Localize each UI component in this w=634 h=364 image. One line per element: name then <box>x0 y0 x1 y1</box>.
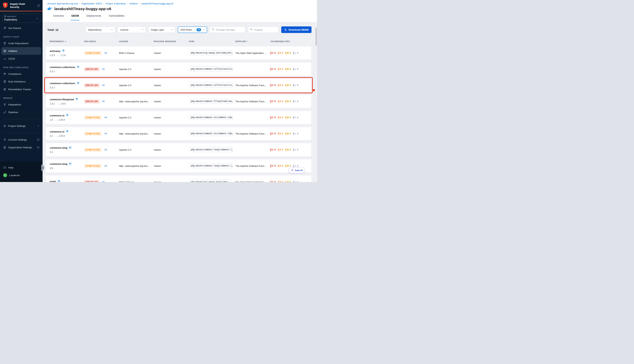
divider <box>3 133 40 133</box>
user-menu[interactable]: L Lavakush <box>0 171 43 179</box>
info-icon[interactable] <box>37 146 40 149</box>
dependency-name[interactable]: commons-io <box>50 130 64 133</box>
sidebar-item-project-settings[interactable]: Project Settings <box>0 122 43 130</box>
sidebar-item-account-settings[interactable]: Account Settings <box>0 136 43 144</box>
dependency-name[interactable]: commons-fileupload <box>50 98 74 101</box>
sidebar-item-pipelines[interactable]: Pipelines <box>0 108 43 116</box>
sidebar-item-label: Rule Definitions <box>8 80 26 83</box>
scrollbar-thumb[interactable] <box>315 28 317 46</box>
dependency-name[interactable]: commons-io <box>50 114 64 117</box>
severity-pill-c: C0 <box>270 164 276 167</box>
version-from: 2.6 <box>50 167 53 170</box>
sidebar-item-label: Organization Settings <box>8 146 32 149</box>
column-header-dependency[interactable]: DEPENDENCY▾ <box>50 40 84 42</box>
table-row[interactable]: commons-io 1.4 → 2.20.0 CLOSE TO EOL +1 … <box>46 111 311 124</box>
breadcrumb-separator: › <box>127 2 128 5</box>
purl-value[interactable]: pkg:maven/commons-io/commons-io@… <box>189 131 233 136</box>
oss-risk-more[interactable]: +1 <box>104 116 107 119</box>
dependency-filter-dropdown[interactable]: Dependency <box>86 26 115 33</box>
image-layer-filter-dropdown[interactable]: Image Layer <box>148 26 175 33</box>
oss-risk-more[interactable]: +1 <box>104 132 107 135</box>
table-row[interactable]: antisamy 1.5.3 → 1.7.8 CLOSE TO EOL +1 B… <box>46 46 311 60</box>
severity-pill-m: M0 <box>286 100 291 103</box>
breadcrumb-account[interactable]: Account: app-harness-ng-cicd <box>47 2 78 5</box>
table-row[interactable]: esapi END OF LIFE +1 BSD-2-Clause maven … <box>46 175 311 182</box>
severity-pill-h: H0 <box>278 84 283 87</box>
column-header-supplier[interactable]: SUPPLIER▴▾ <box>235 40 270 42</box>
tab-vulnerabilities[interactable]: Vulnerabilities <box>108 14 125 20</box>
info-icon[interactable] <box>37 138 40 141</box>
sidebar-item-organization-settings[interactable]: Organization Settings <box>0 144 43 151</box>
account-icon <box>3 138 6 141</box>
breadcrumb-project[interactable]: Project: Exploratory <box>106 2 126 5</box>
ask-ai-button[interactable]: Ask AI <box>288 168 305 173</box>
sidebar-item-compliance[interactable]: Compliance <box>0 70 43 78</box>
module-grid-icon[interactable] <box>37 4 40 7</box>
sidebar-item-get-started[interactable]: Get Started <box>0 24 43 32</box>
dependency-name[interactable]: commons-collections <box>50 82 75 85</box>
oss-risks-filter-dropdown[interactable]: OSS Risks 02 <box>178 26 207 33</box>
table-row[interactable]: commons-collections 3.2.1 END OF LIFE +1… <box>46 62 311 76</box>
breadcrumb-artifact-name[interactable]: lavakush07/easy-buggy-app:v6 <box>141 2 173 5</box>
oss-risk-more[interactable]: +1 <box>104 164 107 167</box>
sidebar-item-code-repositories[interactable]: Code Repositories <box>0 40 43 47</box>
sort-desc-icon[interactable]: ▾ <box>65 40 66 42</box>
oss-risk-more[interactable]: +1 <box>102 181 105 182</box>
oss-risk-more[interactable]: +1 <box>102 68 105 70</box>
tab-sbom[interactable]: SBOM <box>71 14 79 20</box>
oss-risk-more[interactable]: +1 <box>104 148 107 151</box>
table-row[interactable]: commons-collections 3.2.2 END OF LIFE +1… <box>46 78 311 92</box>
download-sbom-button[interactable]: Download SBOM <box>281 26 311 33</box>
purl-value[interactable]: pkg:maven/commons-lang/commons-l… <box>189 163 233 168</box>
dependency-name[interactable]: commons-lang <box>50 146 67 149</box>
package-manager-value: maven <box>154 148 189 151</box>
dependency-name[interactable]: commons-collections <box>50 66 75 68</box>
dependency-name[interactable]: antisamy <box>50 50 61 52</box>
sidebar-item-remediation-tracker[interactable]: Remediation Tracker <box>0 86 43 93</box>
purl-value[interactable]: pkg:maven/commons-collections/co… <box>189 66 233 72</box>
column-header-purl: PURL <box>189 40 235 42</box>
purl-value[interactable]: pkg:maven/commons-fileupload/com… <box>189 98 233 104</box>
package-manager-search-input[interactable] <box>216 28 243 31</box>
oss-risk-more[interactable]: +1 <box>102 84 105 86</box>
license-filter-dropdown[interactable]: License <box>118 26 146 33</box>
oss-risk-badge: CLOSE TO EOL <box>84 132 102 136</box>
tab-deployments[interactable]: Deployments <box>86 14 102 20</box>
table-row[interactable]: commons-io 2.2 → 2.20.0 CLOSE TO EOL +1 … <box>46 127 311 140</box>
sidebar-item-help[interactable]: Help <box>0 164 43 171</box>
purl-value[interactable]: pkg:maven/org.owasp.antisamy/ant… <box>189 50 233 55</box>
sort-both-icon[interactable]: ▴▾ <box>247 40 248 42</box>
table-row[interactable]: commons-fileupload 1.3.1 → 1.6.0 END OF … <box>46 94 311 108</box>
dependency-name[interactable]: commons-lang <box>50 162 67 165</box>
table-row[interactable]: commons-lang 2.6 CLOSE TO EOL +1 http---… <box>46 159 311 173</box>
purl-value[interactable]: pkg:maven/commons-lang/commons-l… <box>189 147 233 152</box>
project-selector[interactable]: PROJECT Exploratory <box>2 14 40 23</box>
purl-value[interactable]: pkg:maven/commons-io/commons-io@… <box>189 115 233 120</box>
layers-icon <box>69 162 72 166</box>
oss-risk-more[interactable]: +1 <box>102 100 105 103</box>
supplier-search-input[interactable] <box>254 28 276 31</box>
sidebar-item-label: Artifacts <box>8 50 17 52</box>
sidebar-item-artifacts[interactable]: Artifacts <box>2 47 41 55</box>
breadcrumb-organization[interactable]: Organization: SSCA <box>82 2 102 5</box>
purl-value[interactable]: pkg:maven/org.owasp.esapi/esa… <box>189 179 231 182</box>
table-row[interactable]: commons-lang 2.4 CLOSE TO EOL +1 Apache-… <box>46 143 311 156</box>
sidebar-item-integrations[interactable]: Integrations <box>0 100 43 108</box>
oss-risk-more[interactable]: +1 <box>104 52 107 54</box>
severity-pill-m: M0 <box>286 181 291 182</box>
breadcrumb-separator: › <box>139 2 140 5</box>
dependency-name[interactable]: esapi <box>50 180 56 182</box>
purl-value[interactable]: pkg:maven/commons-collections/co… <box>189 82 233 88</box>
app-header[interactable]: Supply ChainSecurity <box>0 0 43 11</box>
sidebar-item-rule-definitions[interactable]: Rule Definitions <box>0 78 43 86</box>
vulnerability-counts: C0H0M0L0 <box>270 148 307 151</box>
license-value: http---www.apache.org-lice… <box>119 132 154 135</box>
vulnerability-counts: C0H0M0L0 <box>270 164 307 167</box>
scrollbar[interactable] <box>315 22 317 182</box>
vulnerability-counts: C0H0M0L0 <box>270 132 307 135</box>
sidebar-item-cicd[interactable]: ∞ CI/CD <box>0 55 43 62</box>
supplier-search <box>248 26 278 33</box>
breadcrumb-artifacts[interactable]: Artifacts <box>130 2 138 5</box>
tab-overview[interactable]: Overview <box>53 14 64 20</box>
severity-pill-l: L0 <box>293 84 298 87</box>
